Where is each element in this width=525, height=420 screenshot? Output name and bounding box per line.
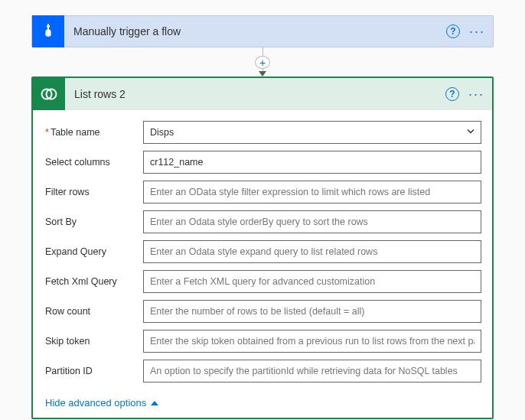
label-partition-id: Partition ID — [44, 366, 143, 376]
partition-id-input[interactable] — [143, 360, 481, 383]
action-title: List rows 2 — [65, 88, 445, 100]
label-filter-rows: Filter rows — [44, 187, 143, 197]
help-icon[interactable]: ? — [445, 87, 459, 101]
action-header[interactable]: List rows 2 ? ··· — [33, 78, 492, 110]
row-count-input[interactable] — [143, 300, 481, 323]
table-name-select[interactable] — [143, 121, 481, 144]
connector: + — [31, 47, 494, 77]
arrow-down-icon — [259, 71, 266, 77]
dataverse-icon — [33, 78, 65, 110]
hide-advanced-toggle[interactable]: Hide advanced options — [45, 397, 158, 409]
more-icon[interactable]: ··· — [469, 24, 485, 38]
svg-point-0 — [47, 25, 50, 28]
trigger-card[interactable]: Manually trigger a flow ? ··· — [31, 15, 494, 47]
chevron-up-icon — [151, 401, 158, 405]
label-fetch-xml: Fetch Xml Query — [44, 276, 143, 287]
label-select-columns: Select columns — [44, 157, 143, 168]
trigger-icon — [32, 15, 64, 47]
select-columns-input[interactable] — [143, 151, 481, 174]
label-table-name: *Table name — [44, 127, 143, 138]
filter-rows-input[interactable] — [143, 181, 481, 203]
label-skip-token: Skip token — [44, 336, 143, 347]
more-icon[interactable]: ··· — [468, 87, 484, 101]
skip-token-input[interactable] — [143, 330, 481, 353]
label-sort-by: Sort By — [44, 217, 143, 227]
label-row-count: Row count — [44, 306, 143, 317]
fetch-xml-input[interactable] — [143, 270, 481, 293]
trigger-title: Manually trigger a flow — [64, 25, 446, 37]
add-step-button[interactable]: + — [255, 56, 270, 69]
action-card: List rows 2 ? ··· *Table name Select col… — [31, 77, 494, 419]
expand-query-input[interactable] — [143, 240, 481, 263]
sort-by-input[interactable] — [143, 210, 481, 233]
help-icon[interactable]: ? — [446, 24, 460, 38]
label-expand-query: Expand Query — [44, 246, 143, 257]
